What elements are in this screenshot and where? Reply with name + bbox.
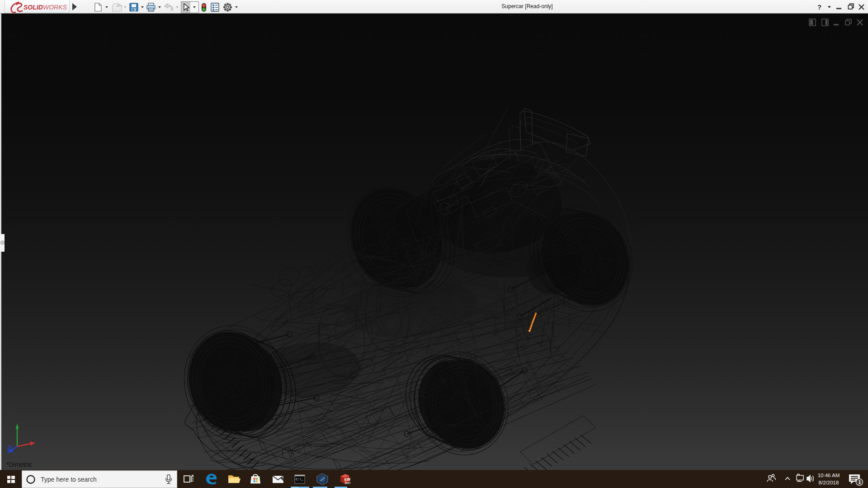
svg-text:W: W <box>347 477 351 482</box>
svg-text:2017: 2017 <box>345 482 350 484</box>
svg-text:C:\_: C:\_ <box>296 478 304 481</box>
svg-text:?: ? <box>817 3 821 11</box>
svg-text:1: 1 <box>859 480 861 485</box>
